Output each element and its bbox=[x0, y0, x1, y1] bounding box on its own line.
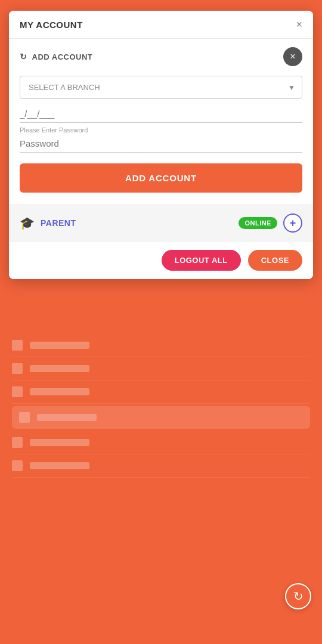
password-label: Please Enter Password bbox=[20, 126, 302, 134]
account-actions: ONLINE + bbox=[239, 213, 302, 233]
branch-select[interactable]: SELECT A BRANCH bbox=[20, 76, 302, 99]
logout-all-button[interactable]: LOGOUT ALL bbox=[162, 250, 241, 271]
password-wrapper: Please Enter Password bbox=[20, 126, 302, 153]
graduation-icon: 🎓 bbox=[20, 216, 35, 230]
section-refresh-icon: ↻ bbox=[20, 52, 27, 61]
add-account-text: ADD ACCOUNT bbox=[32, 52, 93, 61]
account-add-button[interactable]: + bbox=[283, 213, 302, 233]
date-input[interactable] bbox=[20, 105, 302, 123]
branch-select-wrapper: SELECT A BRANCH ▼ bbox=[20, 76, 302, 99]
modal-title: MY ACCOUNT bbox=[20, 20, 83, 30]
modal-close-x-button[interactable]: × bbox=[296, 19, 302, 30]
add-account-header: ↻ ADD ACCOUNT × bbox=[20, 47, 302, 66]
account-name: PARENT bbox=[41, 218, 76, 228]
modal-overlay: MY ACCOUNT × ↻ ADD ACCOUNT × SELECT A BR… bbox=[0, 0, 322, 644]
password-input[interactable] bbox=[20, 135, 302, 153]
online-badge: ONLINE bbox=[239, 217, 277, 229]
modal-footer: LOGOUT ALL CLOSE bbox=[9, 242, 313, 279]
my-account-modal: MY ACCOUNT × ↻ ADD ACCOUNT × SELECT A BR… bbox=[9, 11, 313, 279]
modal-header: MY ACCOUNT × bbox=[9, 11, 313, 39]
add-account-section: ↻ ADD ACCOUNT × SELECT A BRANCH ▼ Please… bbox=[9, 39, 313, 205]
add-account-label: ↻ ADD ACCOUNT bbox=[20, 52, 92, 61]
close-button[interactable]: CLOSE bbox=[248, 250, 302, 271]
account-row-parent: 🎓 PARENT ONLINE + bbox=[9, 205, 313, 242]
account-info: 🎓 PARENT bbox=[20, 216, 76, 230]
add-account-close-button[interactable]: × bbox=[283, 47, 302, 66]
add-account-submit-button[interactable]: ADD ACCOUNT bbox=[20, 163, 302, 193]
